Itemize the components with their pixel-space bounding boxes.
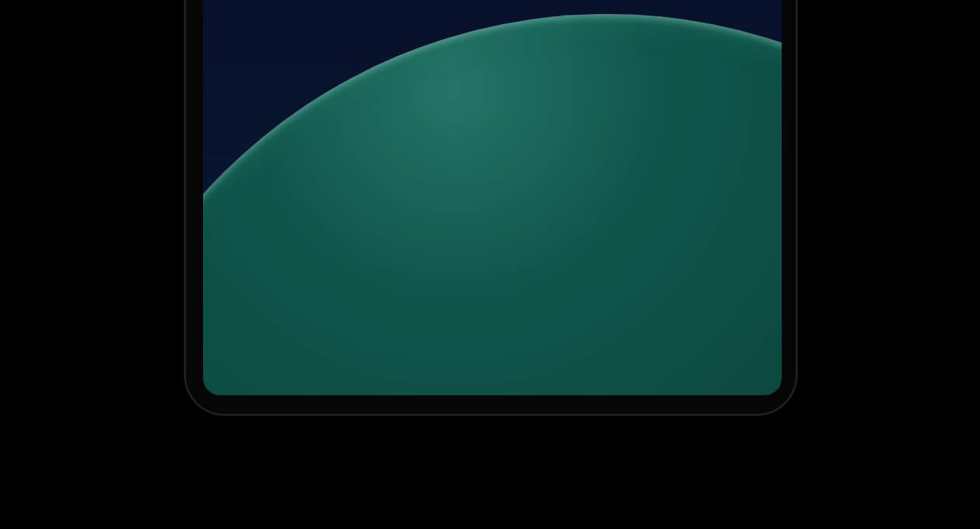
marketing-stage: concept to scale comms satellite V-2 lon… bbox=[0, 0, 980, 529]
home-wallpaper bbox=[203, 0, 782, 395]
ipad-screen: concept to scale comms satellite V-2 lon… bbox=[203, 0, 782, 395]
